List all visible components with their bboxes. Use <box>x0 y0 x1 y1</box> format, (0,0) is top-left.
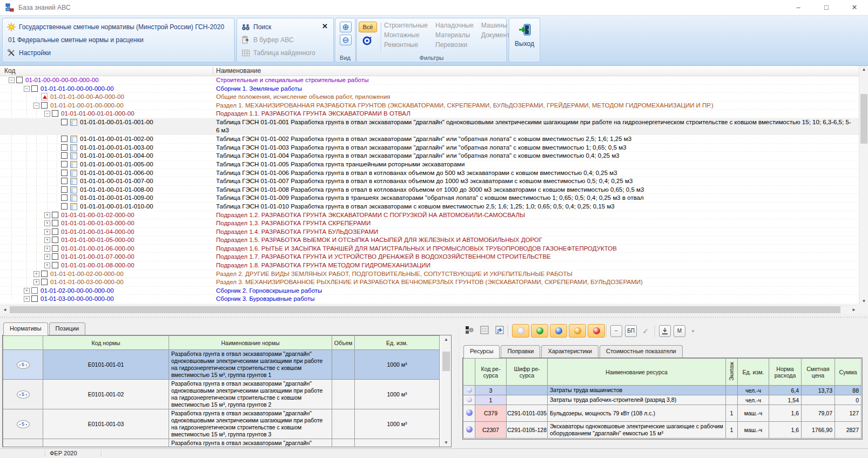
expand-all-button[interactable]: ⊕ <box>340 22 352 32</box>
tree-hscroll-thumb[interactable] <box>10 306 840 313</box>
resource-row[interactable]: 3Затраты труда машинистовчел.-ч6,413,738… <box>463 386 862 395</box>
norm-row[interactable]: 5Е0101-001-02Разработка грунта в отвал э… <box>3 380 440 409</box>
ball-filter-button[interactable] <box>569 324 586 338</box>
m-button[interactable]: M <box>674 325 685 337</box>
collapse-icon[interactable]: − <box>44 111 50 117</box>
tree-checkbox[interactable] <box>61 152 68 159</box>
tree-row[interactable]: +01-01-03-00-00-00-000-00Сборник 3. Буро… <box>0 295 859 304</box>
tree-row[interactable]: +01-01-01-00-01-03-000-00Подраздел 1.3. … <box>0 219 859 228</box>
expand-icon[interactable]: + <box>44 237 50 243</box>
tree-row[interactable]: +01-01-01-00-02-00-000-00Раздел 2. ДРУГИ… <box>0 270 859 279</box>
tree-row[interactable]: +01-01-01-00-01-07-000-00Подраздел 1.7. … <box>0 253 859 261</box>
found-table-item[interactable]: Таблица найденного <box>241 48 315 58</box>
scroll-down-icon[interactable]: ▼ <box>441 440 451 445</box>
tree-checkbox[interactable] <box>52 245 58 252</box>
tree-checkbox[interactable] <box>52 212 58 218</box>
filter-item[interactable]: Монтажные <box>384 31 428 39</box>
expand-icon[interactable]: + <box>44 220 50 226</box>
tree-vscroll-thumb[interactable] <box>860 94 867 144</box>
ball-filter-button[interactable] <box>531 324 548 338</box>
remove-resource-button[interactable]: − <box>610 325 622 337</box>
resource-row[interactable]: С2307С291-0105-128Экскаваторы одноковшов… <box>463 422 862 439</box>
scroll-left-icon[interactable]: ◄ <box>1 307 9 312</box>
copy-resource-icon[interactable] <box>463 325 475 337</box>
expand-icon[interactable]: + <box>33 279 39 285</box>
norms-vscroll-thumb[interactable] <box>442 352 450 371</box>
expand-icon[interactable]: + <box>44 246 50 252</box>
tree-checkbox[interactable] <box>61 136 68 142</box>
tab-normativy[interactable]: Нормативы <box>3 322 48 335</box>
tree-row[interactable]: −01-01-01-00-01-00-000-00Раздел 1. МЕХАН… <box>0 102 859 110</box>
tree-checkbox[interactable] <box>31 85 38 92</box>
tree-checkbox[interactable] <box>61 186 68 193</box>
resource-row[interactable]: 1Затраты труда рабочих-строителей (разря… <box>463 395 862 405</box>
norm-row[interactable]: 5Е0101-001-04Разработка грунта в отвал э… <box>3 439 440 448</box>
scroll-up-icon[interactable]: ▲ <box>441 337 451 342</box>
search-item[interactable]: Поиск <box>241 22 271 32</box>
expand-icon[interactable]: + <box>44 254 50 260</box>
scroll-down-icon[interactable]: ▼ <box>859 299 868 304</box>
tree-checkbox[interactable] <box>52 110 58 117</box>
tree-row[interactable]: 01-01-01-00-00-A0-000-00Общие положения,… <box>0 93 859 102</box>
tree-checkbox[interactable] <box>52 253 58 260</box>
minimize-button[interactable]: – <box>785 0 812 15</box>
tree-row[interactable]: +01-01-01-00-01-06-000-00Подраздел 1.6. … <box>0 245 859 253</box>
tab-resursy[interactable]: Ресурсы <box>463 345 500 358</box>
tab-harakteristiki[interactable]: Характеристики <box>541 345 598 358</box>
norm-row[interactable]: 5Е0101-001-03Разработка грунта в отвал э… <box>3 409 440 439</box>
tree-row[interactable]: +01-01-01-00-01-02-000-00Подраздел 1.2. … <box>0 211 859 220</box>
expand-icon[interactable]: + <box>24 296 30 302</box>
expand-icon[interactable]: + <box>44 212 50 218</box>
tree-checkbox[interactable] <box>52 262 58 268</box>
close-button[interactable]: ✕ <box>841 0 868 15</box>
tree-row[interactable]: −01-01-01-00-01-01-000-00Подраздел 1.1. … <box>0 110 859 118</box>
tab-popravki[interactable]: Поправки <box>501 345 540 358</box>
tree-checkbox[interactable] <box>61 161 68 167</box>
expand-icon[interactable]: + <box>33 271 39 277</box>
tree-row[interactable]: 01-01-01-00-01-01-006-00Таблица ГЭСН 01-… <box>0 169 859 178</box>
tree-checkbox[interactable] <box>41 271 48 277</box>
expand-icon[interactable]: + <box>44 262 50 268</box>
resource-row[interactable]: С379С291-0101-035Бульдозеры, мощность 79… <box>463 405 862 422</box>
table-settings-icon[interactable] <box>479 325 490 337</box>
tree-row[interactable]: −01-01-00-00-00-00-000-00Строительные и … <box>0 76 859 85</box>
tree-row[interactable]: 01-01-01-00-01-01-007-00Таблица ГЭСН 01-… <box>0 177 859 186</box>
tree-checkbox[interactable] <box>31 295 38 302</box>
tab-stoimostnye[interactable]: Стоимостные показатели <box>600 345 683 358</box>
expand-icon[interactable]: + <box>44 229 50 235</box>
tree-row[interactable]: +01-01-01-00-03-00-000-00Раздел 3. МЕХАН… <box>0 278 859 287</box>
to-buffer-item[interactable]: В буфер АВС <box>241 35 294 45</box>
tree-checkbox[interactable] <box>61 194 68 201</box>
sort-button[interactable] <box>659 325 671 337</box>
tree-row[interactable]: 01-01-01-00-01-01-004-00Таблица ГЭСН 01-… <box>0 152 859 160</box>
scroll-up-icon[interactable]: ▲ <box>859 67 868 72</box>
maximize-button[interactable]: □ <box>813 0 840 15</box>
tree-row[interactable]: +01-01-01-00-01-04-000-00Подраздел 1.4. … <box>0 228 859 237</box>
collapse-icon[interactable]: − <box>33 103 39 109</box>
tree-row[interactable]: 01-01-01-00-01-01-009-00Таблица ГЭСН 01-… <box>0 194 859 203</box>
tab-pozicii[interactable]: Позиции <box>49 322 86 335</box>
expand-icon[interactable]: + <box>24 288 30 294</box>
search-close-icon[interactable]: ✕ <box>322 22 328 30</box>
tree-checkbox[interactable] <box>52 220 58 226</box>
tree-row[interactable]: +01-01-02-00-00-00-000-00Сборник 2. Горн… <box>0 287 859 295</box>
tree-row[interactable]: +01-01-01-00-01-08-000-00Подраздел 1.8. … <box>0 261 859 270</box>
filter-item[interactable]: Материалы <box>435 31 474 39</box>
settings-item[interactable]: Настройки <box>7 48 51 58</box>
horizontal-splitter[interactable] <box>0 314 868 321</box>
ball-filter-button[interactable] <box>550 324 567 338</box>
filter-all-button[interactable]: Всё <box>359 22 377 32</box>
tree-checkbox[interactable] <box>61 170 68 176</box>
collapse-all-button[interactable]: ⊖ <box>340 35 352 45</box>
tree-row[interactable]: 01-01-01-00-01-01-008-00Таблица ГЭСН 01-… <box>0 186 859 194</box>
ball-filter-button[interactable] <box>512 324 529 338</box>
bp-button[interactable]: БП <box>625 325 637 337</box>
norms-vertical-scrollbar[interactable]: ▲ ▼ <box>441 335 451 447</box>
tree-row[interactable]: 01-01-01-00-01-01-001-00Таблица ГЭСН 01-… <box>0 118 859 135</box>
tree-checkbox[interactable] <box>61 144 68 151</box>
catalog-subtitle-item[interactable]: 01 Федеральные сметные нормы и расценки <box>8 35 144 45</box>
catalog-title-item[interactable]: Государственные сметные нормативы (Минст… <box>7 22 224 32</box>
filter-item[interactable]: Перевозки <box>435 41 474 49</box>
apply-check-icon[interactable]: ✓ <box>640 325 651 337</box>
scroll-right-icon[interactable]: ► <box>850 307 858 312</box>
